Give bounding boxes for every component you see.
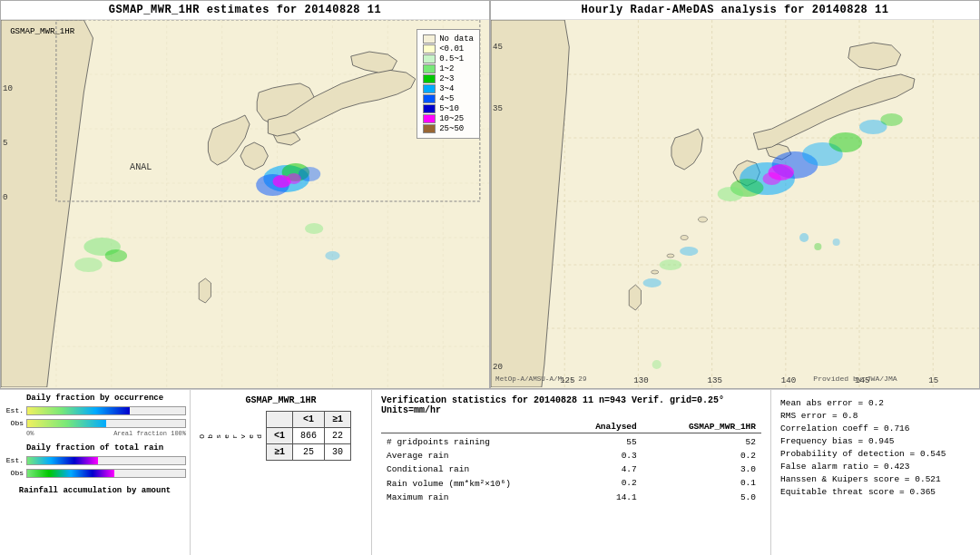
occurrence-bar-axis: 0% Areal fraction 100% — [4, 430, 186, 437]
svg-text:15: 15 — [928, 375, 938, 385]
right-map-content: 45 35 20 125 130 135 140 145 15 MetOp-A/… — [491, 20, 979, 387]
legend-item-25-50: 25~50 — [423, 124, 474, 133]
legend-item-5-10: 5~10 — [423, 104, 474, 113]
stats-analysed-1: 0.3 — [563, 449, 642, 462]
stats-label-3: Rain volume (mm*km²×10⁶) — [381, 476, 563, 491]
stats-header-row: Analysed GSMAP_MWR_1HR — [381, 421, 761, 433]
metrics-panel: Mean abs error = 0.2 RMS error = 0.8 Cor… — [771, 390, 980, 555]
svg-text:ANAL: ANAL — [130, 162, 152, 172]
stats-col-gsmap: GSMAP_MWR_1HR — [642, 421, 761, 433]
obs-rain-row: Obs — [4, 467, 186, 479]
svg-point-63 — [880, 113, 902, 126]
legend-item-2-3: 2~3 — [423, 74, 474, 83]
obs-rain-bar — [27, 470, 114, 477]
metric-rms: RMS error = 0.8 — [780, 411, 971, 421]
svg-point-47 — [698, 217, 707, 222]
est-label: Est. — [4, 406, 24, 414]
stats-row-4: Maximum rain 14.1 5.0 — [381, 491, 761, 504]
stats-col-label — [381, 421, 563, 433]
svg-text:Provided by:JWA/JMA: Provided by:JWA/JMA — [813, 375, 897, 383]
svg-point-22 — [299, 167, 320, 181]
metric-mean-abs: Mean abs error = 0.2 — [780, 398, 971, 408]
contingency-row-lt1: <1 866 22 — [267, 428, 351, 444]
stats-label-4: Maximum rain — [381, 491, 563, 504]
left-map-panel: GSMAP_MWR_1HR estimates for 20140828 11 — [0, 0, 490, 389]
legend-item-05-1: 0.5~1 — [423, 54, 474, 63]
legend-color-5-10 — [423, 104, 436, 113]
contingency-cell-01: 22 — [325, 428, 351, 444]
stats-row-1: Average rain 0.3 0.2 — [381, 449, 761, 462]
stats-analysed-2: 4.7 — [563, 462, 642, 476]
contingency-panel: GSMAP_MWR_1HR Observed <1 ≥1 — [191, 390, 372, 555]
legend-color-3-4 — [423, 84, 436, 93]
est-occurrence-bar-container — [26, 406, 186, 415]
metric-equitable-threat: Equitable threat score = 0.365 — [780, 487, 971, 497]
svg-point-58 — [718, 187, 743, 201]
est-rain-bar — [27, 457, 98, 464]
stats-panel: Verification statistics for 20140828 11 … — [372, 390, 771, 555]
svg-point-48 — [681, 236, 688, 240]
svg-point-24 — [287, 173, 301, 184]
stats-gsmap-2: 3.0 — [642, 462, 761, 476]
stats-label-2: Conditional rain — [381, 462, 563, 476]
legend-color-10-25 — [423, 114, 436, 123]
svg-text:MetOp-A/AMSU-A/M... 29: MetOp-A/AMSU-A/M... 29 — [495, 375, 586, 383]
stats-label-0: # gridpoints raining — [381, 435, 563, 449]
svg-point-59 — [660, 259, 681, 270]
stats-title: Verification statistics for 20140828 11 … — [381, 395, 761, 415]
legend-color-nodata — [423, 34, 436, 44]
occurrence-chart-title: Daily fraction by occurrence — [4, 394, 186, 403]
est-rain-label: Est. — [4, 456, 24, 464]
stats-gsmap-4: 5.0 — [642, 491, 761, 504]
contingency-row-label-ge1: ≥1 — [267, 444, 293, 461]
map-legend: No data <0.01 0.5~1 1~2 — [416, 29, 480, 139]
svg-point-54 — [829, 132, 863, 152]
contingency-cell-00: 866 — [293, 428, 325, 444]
legend-color-4-5 — [423, 94, 436, 103]
svg-point-65 — [814, 243, 821, 250]
legend-item-nodata: No data — [423, 34, 474, 44]
amount-chart-title: Rainfall accumulation by amount — [4, 486, 186, 495]
contingency-row-label-lt1: <1 — [267, 428, 293, 444]
legend-item-4-5: 4~5 — [423, 94, 474, 103]
obs-rain-label: Obs — [4, 469, 24, 477]
svg-text:140: 140 — [781, 375, 796, 385]
stats-label-1: Average rain — [381, 449, 563, 462]
maps-row: GSMAP_MWR_1HR estimates for 20140828 11 — [0, 0, 980, 390]
obs-occurrence-bar-container — [26, 419, 186, 428]
svg-point-50 — [652, 270, 659, 274]
contingency-empty-header — [267, 412, 293, 428]
observed-side-label: Observed — [198, 433, 263, 439]
legend-item-3-4: 3~4 — [423, 84, 474, 93]
svg-point-67 — [652, 360, 662, 369]
legend-color-2-3 — [423, 74, 436, 83]
metric-freq-bias: Frequency bias = 0.945 — [780, 436, 971, 446]
legend-item-10-25: 10~25 — [423, 114, 474, 123]
svg-text:0: 0 — [3, 192, 7, 202]
right-map-svg: 45 35 20 125 130 135 140 145 15 MetOp-A/… — [491, 20, 979, 387]
svg-text:45: 45 — [493, 42, 503, 52]
left-map-title: GSMAP_MWR_1HR estimates for 20140828 11 — [1, 1, 489, 20]
svg-text:20: 20 — [493, 362, 503, 372]
est-rain-bar-container — [26, 456, 186, 465]
contingency-cell-11: 30 — [325, 444, 351, 461]
est-occurrence-row: Est. — [4, 404, 186, 416]
svg-point-56 — [762, 172, 780, 185]
stats-row-3: Rain volume (mm*km²×10⁶) 0.2 0.1 — [381, 476, 761, 491]
right-map-title: Hourly Radar-AMeDAS analysis for 2014082… — [491, 1, 979, 20]
svg-point-64 — [799, 233, 808, 242]
stats-col-analysed: Analysed — [563, 421, 642, 433]
svg-point-49 — [667, 254, 674, 258]
metric-prob-detection: Probability of detection = 0.545 — [780, 449, 971, 459]
svg-point-28 — [305, 223, 323, 234]
stats-gsmap-0: 52 — [642, 435, 761, 449]
metric-correlation: Correlation coeff = 0.716 — [780, 424, 971, 433]
svg-text:5: 5 — [3, 138, 7, 148]
legend-color-1-2 — [423, 64, 436, 73]
metric-hanssen-kuipers: Hanssen & Kuipers score = 0.521 — [780, 474, 971, 484]
left-map-content: GSMAP_MWR_1HR ANAL 10 5 0 No data — [1, 20, 489, 387]
legend-item-1-2: 1~2 — [423, 64, 474, 73]
legend-color-lt001 — [423, 44, 436, 54]
stats-analysed-3: 0.2 — [563, 476, 642, 491]
stats-row-0: # gridpoints raining 55 52 — [381, 435, 761, 449]
